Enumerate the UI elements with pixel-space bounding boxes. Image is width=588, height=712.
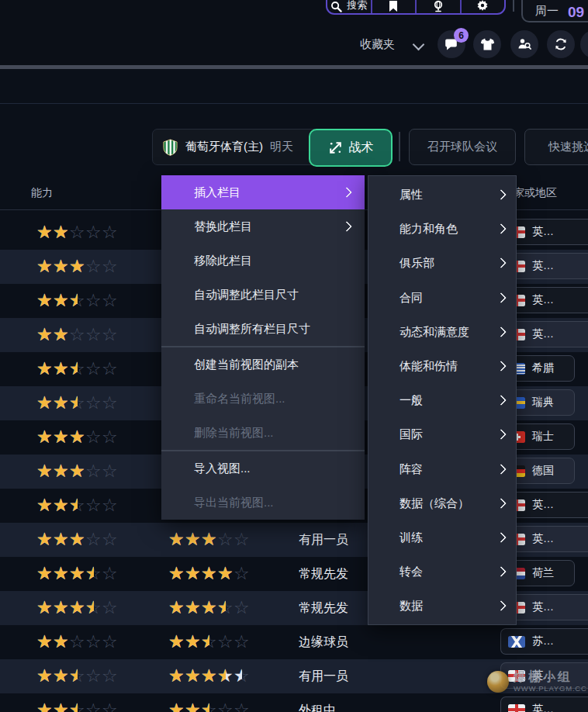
submenu-item-attributes[interactable]: 属性 bbox=[368, 178, 516, 212]
person-search-icon bbox=[517, 37, 531, 51]
chevron-right-icon bbox=[496, 223, 507, 234]
star-icon: ☆★★ bbox=[69, 564, 85, 584]
quick-pick-button[interactable]: 快速挑选 bbox=[524, 129, 588, 165]
submenu-item-international[interactable]: 国际 bbox=[368, 417, 516, 451]
menu-item-insert-column[interactable]: 插入栏目 bbox=[161, 175, 365, 209]
chevron-down-icon[interactable] bbox=[413, 39, 425, 51]
watermark: 爆棚小组 WWW.PLAYGM.CC bbox=[487, 662, 588, 702]
squad-status-label: 常规先发 bbox=[299, 557, 348, 591]
world-button[interactable] bbox=[417, 0, 460, 13]
star-icon: ☆★★ bbox=[36, 530, 53, 550]
bookmark-button[interactable] bbox=[372, 0, 416, 13]
chevron-right-icon bbox=[496, 327, 507, 337]
star-icon: ☆★★ bbox=[85, 564, 102, 584]
star-icon: ☆★★ bbox=[36, 666, 53, 686]
squad-status-label: 有用一员 bbox=[299, 659, 348, 693]
next-match-button[interactable]: 葡萄牙体育(主) 明天 bbox=[152, 129, 320, 165]
ability-stars: ☆★★☆★★☆★★☆☆ bbox=[36, 427, 118, 448]
star-icon: ☆ bbox=[102, 393, 118, 413]
submenu-item-general[interactable]: 一般 bbox=[368, 383, 516, 417]
star-icon: ☆ bbox=[69, 325, 85, 345]
submenu-item-stats[interactable]: 数据 bbox=[368, 589, 516, 623]
shirt-icon bbox=[480, 37, 495, 51]
star-icon: ☆ bbox=[69, 223, 85, 243]
menu-item-duplicate-view[interactable]: 创建当前视图的副本 bbox=[161, 347, 365, 382]
submenu-item-squad[interactable]: 阵容 bbox=[368, 452, 516, 486]
submenu-item-club[interactable]: 俱乐部 bbox=[368, 246, 516, 280]
star-icon: ☆★★ bbox=[53, 700, 69, 712]
star-icon: ☆ bbox=[102, 427, 118, 448]
star-icon: ☆★★ bbox=[201, 530, 217, 550]
star-icon: ☆ bbox=[102, 598, 118, 618]
divider bbox=[0, 103, 588, 104]
menu-item-remove-column[interactable]: 移除此栏目 bbox=[161, 244, 365, 278]
menu-item-autosize-column[interactable]: 自动调整此栏目尺寸 bbox=[161, 278, 365, 312]
menu-item-rename-view: 重命名当前视图... bbox=[161, 382, 365, 416]
star-icon: ☆★★ bbox=[185, 530, 201, 550]
chevron-right-icon bbox=[496, 292, 507, 303]
star-icon: ☆★★ bbox=[217, 598, 233, 618]
nation-label: 英… bbox=[532, 532, 554, 546]
squad-status-label: 常规先发 bbox=[299, 591, 348, 625]
nation-label: 英… bbox=[532, 293, 554, 307]
search-button[interactable]: 搜索 bbox=[327, 0, 371, 13]
star-icon: ☆★★ bbox=[53, 427, 69, 448]
column-header-ability[interactable]: 能力 bbox=[31, 175, 53, 209]
star-icon: ☆ bbox=[85, 223, 102, 243]
star-icon: ☆★★ bbox=[36, 427, 53, 448]
star-icon: ☆★★ bbox=[168, 700, 185, 712]
nation-label: 荷兰 bbox=[532, 566, 554, 580]
menu-item-autosize-all-columns[interactable]: 自动调整所有栏目尺寸 bbox=[161, 312, 365, 346]
settings-button[interactable] bbox=[462, 0, 505, 13]
submenu-item-transfer[interactable]: 转会 bbox=[368, 555, 516, 589]
team-meeting-button[interactable]: 召开球队会议 bbox=[409, 129, 516, 165]
chevron-right-icon bbox=[496, 532, 507, 543]
nation-label: 英… bbox=[532, 225, 554, 239]
ability-stars: ☆★★☆★★☆★★☆☆ bbox=[36, 461, 118, 482]
star-icon: ☆ bbox=[233, 530, 250, 550]
menu-item-replace-column[interactable]: 替换此栏目 bbox=[161, 209, 365, 244]
star-icon: ☆ bbox=[85, 291, 102, 311]
star-icon: ☆★★ bbox=[217, 666, 233, 686]
refresh-button[interactable] bbox=[547, 30, 575, 58]
star-icon: ☆★★ bbox=[36, 325, 53, 345]
star-icon: ☆★★ bbox=[36, 598, 53, 618]
divider bbox=[0, 65, 588, 69]
inbox-button[interactable]: 6 bbox=[438, 30, 465, 58]
star-icon: ☆ bbox=[217, 632, 233, 652]
scouting-button[interactable] bbox=[510, 30, 538, 58]
nation-label: 英… bbox=[532, 259, 554, 273]
squad-kit-button[interactable] bbox=[473, 30, 501, 58]
submenu-item-contract[interactable]: 合同 bbox=[368, 281, 516, 315]
star-icon: ☆ bbox=[233, 700, 250, 712]
overflow-button[interactable] bbox=[580, 30, 588, 58]
menu-item-import-view[interactable]: 导入视图... bbox=[161, 451, 365, 486]
nation-cell[interactable]: 苏… bbox=[500, 628, 588, 655]
star-icon: ☆★★ bbox=[53, 359, 69, 379]
ability-stars: ☆★★☆★★☆★★☆☆ bbox=[36, 666, 118, 686]
star-icon: ☆★★ bbox=[69, 291, 85, 311]
date-box[interactable]: 周一 09 bbox=[521, 0, 588, 22]
star-icon: ☆ bbox=[233, 632, 250, 652]
star-icon: ☆★★ bbox=[85, 598, 102, 618]
submenu-item-fitness-and-injuries[interactable]: 体能和伤情 bbox=[368, 349, 516, 383]
nation-label: 德国 bbox=[532, 464, 554, 478]
ability-stars: ☆★★☆★★☆★★☆☆ bbox=[36, 496, 118, 516]
star-icon: ☆ bbox=[69, 632, 85, 652]
favorites-label[interactable]: 收藏夹 bbox=[360, 37, 395, 52]
submenu-item-training[interactable]: 训练 bbox=[368, 520, 516, 555]
star-icon: ☆ bbox=[233, 598, 250, 618]
star-icon: ☆★★ bbox=[36, 461, 53, 482]
star-icon: ☆★★ bbox=[53, 291, 69, 311]
submenu-item-stats-overall[interactable]: 数据（综合） bbox=[368, 486, 516, 520]
submenu-item-dynamics-and-happiness[interactable]: 动态和满意度 bbox=[368, 315, 516, 349]
star-icon: ☆★★ bbox=[168, 598, 185, 618]
star-icon: ☆★★ bbox=[201, 598, 217, 618]
star-icon: ☆★★ bbox=[69, 461, 85, 482]
star-icon: ☆★★ bbox=[53, 393, 69, 413]
date-value: 09 bbox=[568, 5, 584, 19]
table-row[interactable]: ☆★★☆★★☆☆☆☆★★☆★★☆★★☆☆边缘球员苏… bbox=[0, 625, 588, 659]
submenu-item-ability-and-role[interactable]: 能力和角色 bbox=[368, 212, 516, 246]
tactics-button[interactable]: 战术 bbox=[309, 129, 393, 167]
squad-status-label: 外租中 bbox=[299, 693, 336, 712]
